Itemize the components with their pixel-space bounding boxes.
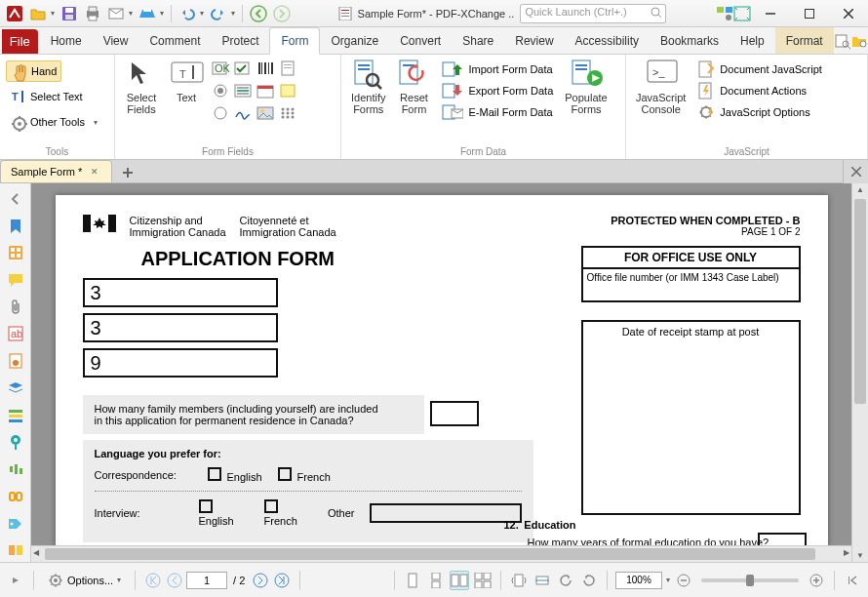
- pan-zoom-pane-icon[interactable]: [4, 458, 27, 481]
- select-text-button[interactable]: T Select Text: [6, 86, 87, 107]
- tab-format[interactable]: Format: [775, 27, 834, 54]
- option-field-icon[interactable]: [211, 103, 230, 123]
- horizontal-scrollbar[interactable]: ◀ ▶: [31, 545, 851, 562]
- links-pane-icon[interactable]: [4, 485, 27, 508]
- populate-forms-button[interactable]: Populate Forms: [561, 57, 611, 117]
- sidebar-collapse-icon[interactable]: [4, 187, 27, 211]
- fit-icon[interactable]: [733, 6, 751, 21]
- page-last-icon[interactable]: [272, 571, 292, 590]
- thumbnails-pane-icon[interactable]: [4, 241, 27, 264]
- zoom-out-icon[interactable]: [674, 571, 693, 590]
- tab-view[interactable]: View: [93, 27, 139, 54]
- content-pane-icon[interactable]: [4, 404, 27, 427]
- family-members-field[interactable]: [430, 401, 479, 426]
- nav-back-icon[interactable]: [248, 4, 269, 23]
- int-english-checkbox[interactable]: [199, 499, 213, 513]
- barcode-field-icon[interactable]: [256, 59, 275, 78]
- doc-tab-0[interactable]: Sample Form * ✕: [0, 160, 112, 182]
- file-button[interactable]: File: [2, 29, 38, 54]
- doc-actions-button[interactable]: Document Actions: [693, 80, 826, 101]
- identify-forms-button[interactable]: Identify Forms: [347, 57, 389, 117]
- tags-pane-icon[interactable]: [4, 512, 27, 536]
- radio-field-icon[interactable]: [233, 59, 253, 78]
- quick-launch-input[interactable]: Quick Launch (Ctrl+.): [520, 4, 666, 23]
- image-field-icon[interactable]: [256, 103, 275, 123]
- rotate-ccw-icon[interactable]: [556, 571, 575, 590]
- ui-opts-icon[interactable]: [716, 6, 733, 21]
- form-field-3[interactable]: 9: [83, 348, 278, 378]
- save-icon[interactable]: [59, 4, 80, 23]
- doc-tab-close-icon[interactable]: ✕: [88, 165, 101, 179]
- int-french-checkbox[interactable]: [264, 499, 278, 513]
- page-next-icon[interactable]: [251, 571, 270, 590]
- tab-convert[interactable]: Convert: [389, 27, 452, 54]
- page-number-input[interactable]: [186, 572, 227, 589]
- other-tools-button[interactable]: Other Tools ▾: [6, 111, 101, 133]
- reset-form-button[interactable]: Reset Form: [393, 57, 434, 117]
- tab-share[interactable]: Share: [452, 27, 504, 54]
- fit-page-icon[interactable]: [509, 571, 529, 590]
- fields-pane-icon[interactable]: ab: [4, 323, 27, 346]
- open-icon[interactable]: [27, 4, 49, 23]
- email-form-data-button[interactable]: E-Mail Form Data: [438, 101, 557, 123]
- tab-form[interactable]: Form: [269, 27, 320, 55]
- doc-field-icon[interactable]: [278, 59, 297, 78]
- button-field-icon[interactable]: [211, 81, 230, 100]
- page-prev-icon[interactable]: [165, 571, 184, 590]
- checkbox-field-icon[interactable]: OK: [211, 59, 230, 78]
- tab-home[interactable]: Home: [40, 27, 93, 54]
- undo-icon[interactable]: [177, 4, 198, 23]
- nav-fwd-icon[interactable]: [271, 4, 293, 23]
- zoom-in-icon[interactable]: [807, 571, 826, 590]
- tab-protect[interactable]: Protect: [211, 27, 269, 54]
- tab-comment[interactable]: Comment: [138, 27, 211, 54]
- dock-right-icon[interactable]: [843, 571, 862, 590]
- bookmarks-pane-icon[interactable]: [4, 215, 27, 238]
- redo-icon[interactable]: [208, 4, 229, 23]
- page-first-icon[interactable]: [143, 571, 163, 590]
- hand-tool-button[interactable]: Hand: [6, 60, 61, 82]
- tab-accessibility[interactable]: Accessibility: [565, 27, 650, 54]
- text-field-button[interactable]: T Text: [166, 57, 207, 105]
- form-field-2[interactable]: 3: [83, 313, 278, 342]
- tab-review[interactable]: Review: [504, 27, 564, 54]
- highlight-field-icon[interactable]: [278, 81, 297, 100]
- find-button[interactable]: [834, 27, 851, 54]
- layout-single-icon[interactable]: [403, 571, 422, 590]
- scan-icon[interactable]: [137, 4, 158, 23]
- rotate-cw-icon[interactable]: [579, 571, 599, 590]
- fit-width-icon[interactable]: [533, 571, 552, 590]
- add-tab-button[interactable]: [116, 163, 139, 182]
- search-opts-button[interactable]: [850, 27, 868, 54]
- options-button[interactable]: Options... ▾: [42, 571, 127, 590]
- layout-facing-cont-icon[interactable]: [473, 571, 493, 590]
- corr-french-checkbox[interactable]: [278, 467, 292, 481]
- close-button[interactable]: [829, 0, 868, 27]
- zoom-input[interactable]: [615, 572, 662, 589]
- email-icon[interactable]: [105, 4, 127, 23]
- other-language-field[interactable]: [370, 503, 521, 523]
- doc-js-button[interactable]: Document JavaScript: [693, 59, 826, 80]
- minimize-button[interactable]: [751, 0, 790, 27]
- panels-menu-icon[interactable]: [6, 571, 25, 590]
- select-fields-button[interactable]: Select Fields: [121, 57, 162, 117]
- zoom-slider[interactable]: [701, 578, 799, 582]
- signatures-pane-icon[interactable]: [4, 349, 27, 373]
- grid-field-icon[interactable]: [278, 103, 297, 123]
- import-form-data-button[interactable]: Import Form Data: [438, 59, 557, 80]
- attachments-pane-icon[interactable]: [4, 296, 27, 319]
- tab-bookmarks[interactable]: Bookmarks: [650, 27, 730, 54]
- destinations-pane-icon[interactable]: [4, 430, 27, 454]
- comments-pane-icon[interactable]: [4, 268, 27, 292]
- layout-facing-icon[interactable]: [450, 571, 469, 590]
- close-all-tabs-button[interactable]: [843, 160, 868, 183]
- export-form-data-button[interactable]: Export Form Data: [438, 80, 557, 101]
- app-icon[interactable]: [4, 4, 25, 23]
- 3d-pane-icon[interactable]: [4, 538, 27, 562]
- corr-english-checkbox[interactable]: [208, 467, 221, 481]
- tab-organize[interactable]: Organize: [320, 27, 389, 54]
- signature-field-icon[interactable]: [233, 103, 253, 123]
- js-console-button[interactable]: >_ JavaScript Console: [632, 57, 690, 117]
- pdf-page[interactable]: Citizenship andImmigration Canada Citoye…: [56, 195, 828, 562]
- layers-pane-icon[interactable]: [4, 377, 27, 400]
